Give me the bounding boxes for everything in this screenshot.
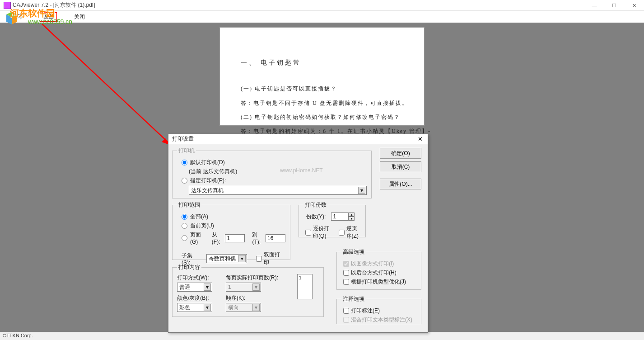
dialog-title: 打印设置 bbox=[172, 135, 194, 143]
advanced-legend: 高级选项 bbox=[341, 248, 366, 256]
menu-close[interactable]: 关闭 bbox=[71, 13, 88, 21]
as-image-checkbox bbox=[343, 261, 349, 267]
spin-down-icon[interactable]: ▼ bbox=[348, 217, 355, 221]
radio-page-range[interactable]: 页面(G) 从(F): 到(T): bbox=[182, 231, 285, 245]
advanced-group: 高级选项 以图像方式打印(I) 以后台方式打印(H) 根据打印机类型优化(J) bbox=[336, 248, 421, 290]
reverse-label: 逆页序(Z) bbox=[346, 225, 361, 240]
chevron-down-icon: ▾ bbox=[252, 283, 260, 291]
maximize-button[interactable]: ☐ bbox=[604, 0, 624, 11]
optimize-label: 根据打印机类型优化(J) bbox=[351, 278, 406, 286]
collate-checkbox[interactable] bbox=[305, 230, 311, 236]
print-mode-label: 打印方式(W): bbox=[177, 274, 217, 282]
color-value: 彩色 bbox=[179, 304, 190, 312]
doc-heading: 一、 电子钥匙常 bbox=[241, 55, 403, 71]
duplex-label: 双面打印 bbox=[264, 251, 285, 266]
cancel-button[interactable]: 取消(C) bbox=[380, 161, 421, 172]
per-page-label: 每页实际打印页数(R): bbox=[226, 274, 289, 282]
print-mode-select[interactable]: 普通 ▾ bbox=[177, 283, 212, 292]
per-page-value: 1 bbox=[228, 284, 231, 290]
app-icon bbox=[4, 2, 11, 9]
properties-button[interactable]: 属性(O)... bbox=[380, 179, 421, 189]
chevron-down-icon: ▾ bbox=[238, 255, 246, 262]
doc-paragraph: 答：电子钥匙不同于存储 U 盘无需删除硬件，可直接插拔。 bbox=[241, 96, 403, 110]
from-input[interactable] bbox=[225, 234, 245, 242]
chevron-down-icon: ▾ bbox=[358, 187, 365, 194]
content-group: 打印内容 打印方式(W): 普通 ▾ 颜色/灰度(B): 彩色 ▾ 每页实际打印… bbox=[172, 264, 324, 317]
print-mode-value: 普通 bbox=[179, 283, 190, 291]
printer-select-value: 达乐文传真机 bbox=[191, 187, 224, 194]
titlebar: CAJViewer 7.2 - [河东软件 (1).pdf] — ☐ ✕ bbox=[0, 0, 644, 11]
statusbar: ©TTKN Corp. bbox=[0, 332, 644, 340]
radio-page-range-label: 页面(G) bbox=[190, 231, 205, 245]
background-label: 以后台方式打印(H) bbox=[351, 269, 397, 277]
print-settings-dialog: 打印设置 ✕ 确定(O) 取消(C) 属性(O)... 打印机 默认打印机(D)… bbox=[168, 134, 428, 333]
minimize-button[interactable]: — bbox=[584, 0, 604, 11]
print-range-group: 打印范围 全部(A) 当前页(U) 页面(G) 从(F): 到(T): bbox=[172, 201, 290, 260]
print-notes-check[interactable]: 打印标注(E) bbox=[343, 307, 416, 315]
close-window-button[interactable]: ✕ bbox=[624, 0, 644, 11]
radio-current-page-label: 当前页(U) bbox=[190, 222, 214, 230]
radio-default-printer-label: 默认打印机(D) bbox=[190, 159, 225, 166]
menu-settings[interactable]: 设置 bbox=[40, 12, 57, 22]
copies-group: 打印份数 份数(Y): ▲ ▼ 逐份打印(Q) bbox=[299, 201, 366, 237]
print-notes-label: 打印标注(E) bbox=[351, 307, 380, 315]
mixed-notes-checkbox bbox=[343, 317, 349, 323]
optimize-check[interactable]: 根据打印机类型优化(J) bbox=[343, 278, 416, 286]
window-controls: — ☐ ✕ bbox=[584, 0, 644, 11]
radio-default-printer[interactable]: 默认打印机(D) bbox=[182, 159, 367, 166]
notes-group: 注释选项 打印标注(E) 混合打印文本类型标注(X) bbox=[336, 295, 421, 324]
copy-count-input[interactable] bbox=[331, 212, 348, 221]
duplex-check[interactable]: 双面打印 bbox=[256, 251, 285, 266]
current-printer-text: (当前 达乐文传真机) bbox=[189, 168, 367, 175]
ok-button[interactable]: 确定(O) bbox=[380, 148, 421, 159]
optimize-checkbox[interactable] bbox=[343, 279, 349, 285]
status-text: ©TTKN Corp. bbox=[3, 333, 33, 338]
printer-select[interactable]: 达乐文传真机 ▾ bbox=[189, 186, 367, 195]
duplex-checkbox[interactable] bbox=[256, 256, 262, 262]
to-input[interactable] bbox=[266, 234, 285, 242]
radio-default-printer-input[interactable] bbox=[182, 160, 187, 165]
radio-specify-printer-label: 指定打印机(P): bbox=[190, 177, 226, 184]
dialog-titlebar[interactable]: 打印设置 ✕ bbox=[168, 134, 428, 144]
notes-legend: 注释选项 bbox=[341, 295, 366, 303]
per-page-select: 1 ▾ bbox=[226, 283, 261, 292]
color-label: 颜色/灰度(B): bbox=[177, 294, 217, 302]
collate-check[interactable]: 逐份打印(Q) bbox=[305, 225, 332, 240]
copy-count-label: 份数(Y): bbox=[306, 213, 326, 221]
background-checkbox[interactable] bbox=[343, 270, 349, 276]
reverse-checkbox[interactable] bbox=[339, 230, 345, 236]
doc-paragraph: (二) 电子钥匙的初始密码如何获取？如何修改电子密码？ bbox=[241, 110, 403, 124]
radio-specify-printer-input[interactable] bbox=[182, 178, 187, 184]
order-select: 横向 ▾ bbox=[226, 303, 261, 312]
radio-current-page-input[interactable] bbox=[182, 223, 187, 229]
order-value: 横向 bbox=[228, 304, 239, 312]
reverse-check[interactable]: 逆页序(Z) bbox=[339, 225, 361, 240]
menubar: 打印 设置 关闭 bbox=[0, 11, 644, 23]
printer-group: 打印机 默认打印机(D) (当前 达乐文传真机) 指定打印机(P): 达乐文传真… bbox=[172, 147, 372, 198]
chevron-down-icon: ▾ bbox=[252, 304, 260, 311]
radio-all-input[interactable] bbox=[182, 214, 187, 220]
mixed-notes-label: 混合打印文本类型标注(X) bbox=[351, 316, 412, 324]
radio-specify-printer[interactable]: 指定打印机(P): bbox=[182, 177, 367, 184]
print-range-legend: 打印范围 bbox=[177, 201, 201, 209]
background-check[interactable]: 以后台方式打印(H) bbox=[343, 269, 416, 277]
printer-legend: 打印机 bbox=[177, 147, 196, 155]
from-label: 从(F): bbox=[212, 231, 223, 245]
pdf-page: 一、 电子钥匙常 (一) 电子钥匙是否可以直接插拔？ 答：电子钥匙不同于存储 U… bbox=[219, 27, 425, 126]
radio-current-page[interactable]: 当前页(U) bbox=[182, 222, 285, 230]
chevron-down-icon: ▾ bbox=[204, 304, 211, 311]
menu-print[interactable]: 打印 bbox=[9, 13, 25, 21]
radio-page-range-input[interactable] bbox=[182, 235, 187, 241]
color-select[interactable]: 彩色 ▾ bbox=[177, 303, 212, 312]
radio-all-label: 全部(A) bbox=[190, 213, 208, 221]
print-notes-checkbox[interactable] bbox=[343, 308, 349, 314]
subset-select[interactable]: 奇数页和偶 ▾ bbox=[206, 254, 247, 263]
spin-up-icon[interactable]: ▲ bbox=[348, 212, 355, 217]
collate-label: 逐份打印(Q) bbox=[313, 225, 332, 240]
dialog-close-button[interactable]: ✕ bbox=[415, 135, 425, 143]
copy-count-spinner[interactable]: ▲ ▼ bbox=[331, 212, 355, 221]
content-legend: 打印内容 bbox=[177, 264, 201, 271]
order-label: 顺序(K): bbox=[226, 294, 289, 302]
radio-all[interactable]: 全部(A) bbox=[182, 213, 285, 221]
window-title: CAJViewer 7.2 - [河东软件 (1).pdf] bbox=[13, 1, 95, 9]
